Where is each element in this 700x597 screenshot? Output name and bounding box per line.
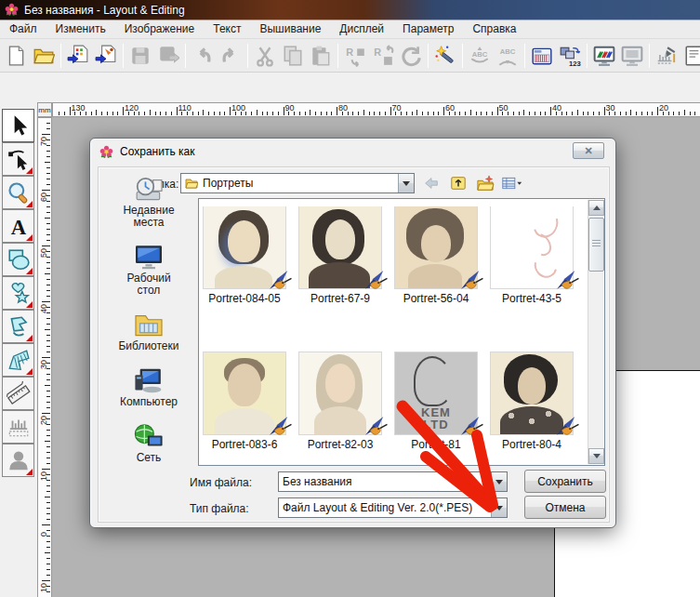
outline-tool[interactable] bbox=[2, 310, 34, 343]
menu-item-7[interactable]: Параметр bbox=[393, 20, 463, 38]
ruler-unit-box: mm bbox=[37, 102, 52, 117]
place-label: Недавниеместа bbox=[123, 205, 174, 229]
place-label: Компьютер bbox=[120, 396, 178, 408]
new-file-icon[interactable] bbox=[2, 42, 30, 70]
tool-flyout-corner bbox=[26, 301, 33, 308]
file-list-scrollbar[interactable] bbox=[588, 200, 603, 464]
menu-item-8[interactable]: Справка bbox=[463, 20, 525, 38]
svg-text:R: R bbox=[374, 46, 381, 58]
recent-places-icon bbox=[133, 176, 165, 202]
toolbar-group-6: RR bbox=[341, 42, 425, 70]
stitch-edit-tool[interactable] bbox=[2, 410, 34, 444]
file-item-4[interactable]: Portret-43-5 bbox=[491, 206, 573, 318]
cancel-button[interactable]: Отмена bbox=[524, 496, 606, 519]
fancy-shapes-tool[interactable] bbox=[2, 276, 34, 310]
file-item-6[interactable]: Portret-82-03 bbox=[299, 352, 381, 464]
basic-shapes-tool[interactable] bbox=[2, 243, 34, 276]
toolbar-group-1 bbox=[2, 42, 58, 70]
select-tool[interactable] bbox=[2, 109, 34, 142]
new-folder-button[interactable] bbox=[475, 174, 495, 192]
file-item-label: Portret-56-04 bbox=[403, 292, 469, 305]
folder-dropdown-arrow-icon[interactable] bbox=[398, 174, 414, 192]
file-item-2[interactable]: Portret-67-9 bbox=[299, 206, 381, 318]
filetype-dropdown-arrow-icon[interactable] bbox=[491, 498, 507, 517]
toolbar-group-8: ABCABC bbox=[466, 42, 522, 70]
tool-palette: A bbox=[0, 73, 37, 597]
magic-wand-icon[interactable] bbox=[431, 42, 459, 70]
save-icon bbox=[126, 42, 154, 70]
menu-item-5[interactable]: Вышивание bbox=[250, 20, 330, 38]
redo-icon bbox=[217, 42, 244, 70]
sew-order-icon[interactable]: 123 bbox=[556, 42, 584, 70]
dialog-nav-buttons bbox=[421, 174, 522, 192]
menu-item-1[interactable]: Файл bbox=[0, 20, 46, 38]
place-item-4[interactable]: Компьютер bbox=[120, 367, 178, 408]
menu-item-3[interactable]: Изображение bbox=[115, 20, 205, 38]
manual-punch-tool[interactable] bbox=[2, 343, 34, 377]
scrollbar-thumb[interactable] bbox=[588, 218, 604, 272]
import-design-icon[interactable] bbox=[64, 42, 92, 70]
svg-text:R: R bbox=[346, 46, 353, 58]
zoom-tool[interactable] bbox=[2, 176, 34, 209]
file-item-1[interactable]: Portret-084-05 bbox=[204, 206, 285, 318]
point-edit-tool[interactable] bbox=[2, 142, 34, 176]
file-list[interactable]: Portret-084-05Portret-67-9Portret-56-04P… bbox=[198, 198, 605, 466]
network-icon bbox=[133, 423, 165, 449]
file-item-label: Portret-083-6 bbox=[212, 438, 278, 451]
toolbar-group-5 bbox=[251, 42, 335, 70]
file-item-7[interactable]: KEMLTDPortret-81 bbox=[395, 352, 477, 464]
thumbnail-grid: Portret-084-05Portret-67-9Portret-56-04P… bbox=[201, 206, 588, 463]
file-thumbnail: KEMLTD bbox=[395, 352, 477, 434]
realistic-view-icon[interactable] bbox=[590, 42, 618, 70]
place-item-5[interactable]: Сеть bbox=[133, 423, 165, 464]
screen-view-icon[interactable] bbox=[618, 42, 646, 70]
menu-item-4[interactable]: Текст bbox=[204, 20, 250, 38]
design-property-icon[interactable] bbox=[680, 42, 700, 70]
tool-flyout-corner bbox=[26, 368, 33, 375]
dialog-title-bar[interactable]: Сохранить как bbox=[90, 139, 615, 165]
file-item-label: Portret-82-03 bbox=[308, 438, 374, 451]
dialog-close-button[interactable]: ✕ bbox=[573, 142, 604, 159]
stitch-simulator-icon[interactable] bbox=[653, 42, 680, 70]
scroll-down-icon[interactable] bbox=[588, 448, 604, 464]
view-menu-button[interactable] bbox=[502, 174, 522, 192]
file-item-3[interactable]: Portret-56-04 bbox=[395, 206, 477, 318]
up-folder-button[interactable] bbox=[448, 174, 469, 192]
open-file-icon[interactable] bbox=[30, 42, 58, 70]
menu-item-2[interactable]: Изменить bbox=[46, 20, 115, 38]
save-button[interactable]: Сохранить bbox=[524, 470, 606, 493]
measure-tool[interactable] bbox=[2, 377, 34, 410]
file-item-5[interactable]: Portret-083-6 bbox=[204, 352, 285, 464]
toolbar-separator bbox=[337, 44, 338, 68]
app-flower-icon bbox=[5, 3, 19, 17]
text-arc-icon: ABC bbox=[466, 42, 494, 70]
file-item-label: Portret-81 bbox=[411, 438, 460, 451]
filename-value: Без названия bbox=[283, 475, 491, 488]
toolbar-group-11 bbox=[653, 42, 700, 70]
thread-palette-icon[interactable] bbox=[528, 42, 556, 70]
portrait-tool[interactable] bbox=[2, 444, 34, 477]
places-bar: НедавниеместаРабочийстолБиблиотекиКомпью… bbox=[101, 176, 196, 483]
svg-text:A: A bbox=[10, 216, 26, 238]
folder-combobox[interactable]: Портреты bbox=[180, 173, 415, 193]
new-folder-icon bbox=[476, 175, 495, 192]
menu-item-6[interactable]: Дисплей bbox=[330, 20, 393, 38]
place-item-1[interactable]: Недавниеместа bbox=[123, 176, 174, 229]
toolbar-separator bbox=[649, 44, 650, 68]
file-item-8[interactable]: Portret-80-4 bbox=[491, 352, 573, 464]
title-bar: Без названия - Layout & Editing bbox=[0, 0, 700, 20]
dialog-flower-icon bbox=[99, 145, 113, 159]
import-image-icon[interactable] bbox=[92, 42, 120, 70]
up-folder-icon bbox=[449, 175, 468, 192]
back-button[interactable] bbox=[421, 174, 442, 192]
filetype-combobox[interactable]: Файл Layout & Editing Ver. 2.0(*.PES) bbox=[278, 498, 508, 518]
place-item-3[interactable]: Библиотеки bbox=[118, 312, 178, 352]
place-item-2[interactable]: Рабочийстол bbox=[126, 244, 170, 297]
text-tool[interactable]: A bbox=[2, 209, 34, 243]
toolbar-group-4 bbox=[189, 42, 244, 70]
filename-label: Имя файла: bbox=[190, 476, 252, 489]
scroll-up-icon[interactable] bbox=[588, 200, 604, 216]
rotate-icon bbox=[397, 42, 425, 70]
filename-dropdown-arrow-icon[interactable] bbox=[491, 472, 507, 491]
filename-combobox[interactable]: Без названия bbox=[278, 471, 508, 492]
